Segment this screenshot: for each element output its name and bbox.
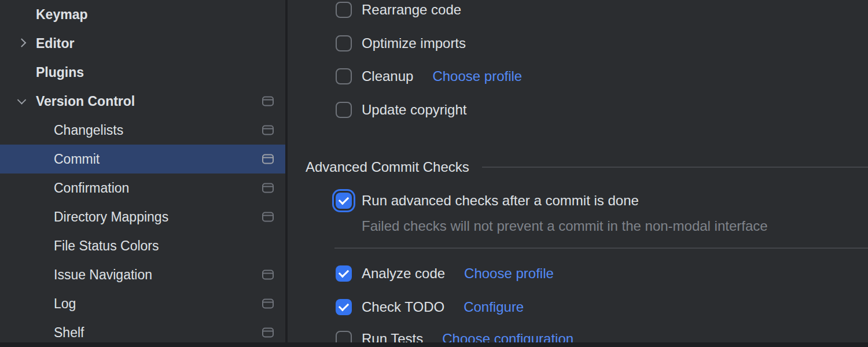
checkbox-label: Cleanup <box>362 68 413 84</box>
bottom-edge-divider <box>0 342 868 347</box>
analyze-code-checkbox[interactable] <box>336 265 352 282</box>
sidebar-item-label: Log <box>54 296 76 312</box>
section-divider <box>482 167 868 168</box>
sidebar-item-version-control[interactable]: Version Control <box>0 87 285 116</box>
choose-profile-link[interactable]: Choose profile <box>432 68 522 84</box>
sidebar-item-label: Shelf <box>54 325 84 341</box>
sidebar-item-label: Editor <box>36 36 74 51</box>
checkbox-label: Check TODO <box>362 299 444 315</box>
configure-link[interactable]: Configure <box>464 299 524 315</box>
sidebar-item-label: Directory Mappings <box>54 209 168 225</box>
advanced-commit-checks-section-header: Advanced Commit Checks <box>306 158 868 176</box>
sidebar-item-label: Keymap <box>36 7 87 23</box>
sidebar-item-label: Changelists <box>54 123 123 138</box>
option-row-analyze-code: Analyze code Choose profile <box>336 265 554 282</box>
update-copyright-checkbox[interactable] <box>336 102 352 118</box>
sidebar-item-issue-navigation[interactable]: Issue Navigation <box>0 260 285 289</box>
checkbox-label: Analyze code <box>362 265 445 282</box>
rearrange-code-checkbox[interactable] <box>336 2 352 18</box>
window-icon <box>262 154 274 164</box>
section-title: Advanced Commit Checks <box>306 159 469 175</box>
sidebar-item-file-status-colors[interactable]: File Status Colors <box>0 231 285 260</box>
option-row-update-copyright: Update copyright <box>336 102 466 118</box>
sidebar-item-keymap[interactable]: Keymap <box>0 0 285 29</box>
window-icon <box>262 97 274 106</box>
window-icon <box>262 328 274 338</box>
option-row-run-advanced-checks: Run advanced checks after a commit is do… <box>336 193 639 209</box>
section-content-divider <box>334 248 868 249</box>
sidebar-item-label: Issue Navigation <box>54 267 152 283</box>
sidebar-item-commit[interactable]: Commit <box>0 145 285 174</box>
chevron-right-icon[interactable] <box>17 38 27 47</box>
sidebar-item-label: Version Control <box>36 94 135 109</box>
sidebar-item-label: Plugins <box>36 65 84 80</box>
settings-sidebar: Keymap Editor Plugins Version Control Ch… <box>0 0 288 342</box>
sidebar-item-label: File Status Colors <box>54 238 159 254</box>
sidebar-item-log[interactable]: Log <box>0 289 285 318</box>
window-icon <box>262 183 274 193</box>
sidebar-item-plugins[interactable]: Plugins <box>0 58 285 87</box>
check-todo-checkbox[interactable] <box>336 299 352 315</box>
cleanup-checkbox[interactable] <box>336 68 352 84</box>
window-icon <box>262 299 274 309</box>
option-row-cleanup: Cleanup Choose profile <box>336 68 522 84</box>
checkbox-label: Optimize imports <box>362 35 466 51</box>
run-advanced-checks-description: Failed checks will not prevent a commit … <box>362 218 768 234</box>
settings-window: Keymap Editor Plugins Version Control Ch… <box>0 0 868 347</box>
option-row-rearrange-code: Rearrange code <box>336 2 461 18</box>
window-icon <box>262 212 274 222</box>
checkbox-label: Run advanced checks after a commit is do… <box>362 193 639 209</box>
optimize-imports-checkbox[interactable] <box>336 35 352 51</box>
choose-profile-link[interactable]: Choose profile <box>464 265 554 282</box>
sidebar-item-confirmation[interactable]: Confirmation <box>0 174 285 202</box>
window-icon <box>262 270 274 280</box>
checkbox-label: Rearrange code <box>362 2 461 18</box>
sidebar-item-label: Confirmation <box>54 180 129 196</box>
commit-settings-panel: Rearrange code Optimize imports Cleanup … <box>290 0 868 347</box>
window-icon <box>262 125 274 135</box>
run-advanced-checks-checkbox[interactable] <box>336 193 352 209</box>
sidebar-item-label: Commit <box>54 152 100 167</box>
option-row-optimize-imports: Optimize imports <box>336 35 466 51</box>
chevron-down-icon[interactable] <box>17 95 27 105</box>
sidebar-item-editor[interactable]: Editor <box>0 29 285 58</box>
option-row-check-todo: Check TODO Configure <box>336 299 524 315</box>
sidebar-item-changelists[interactable]: Changelists <box>0 116 285 145</box>
sidebar-item-directory-mappings[interactable]: Directory Mappings <box>0 202 285 231</box>
checkbox-label: Update copyright <box>362 102 466 118</box>
